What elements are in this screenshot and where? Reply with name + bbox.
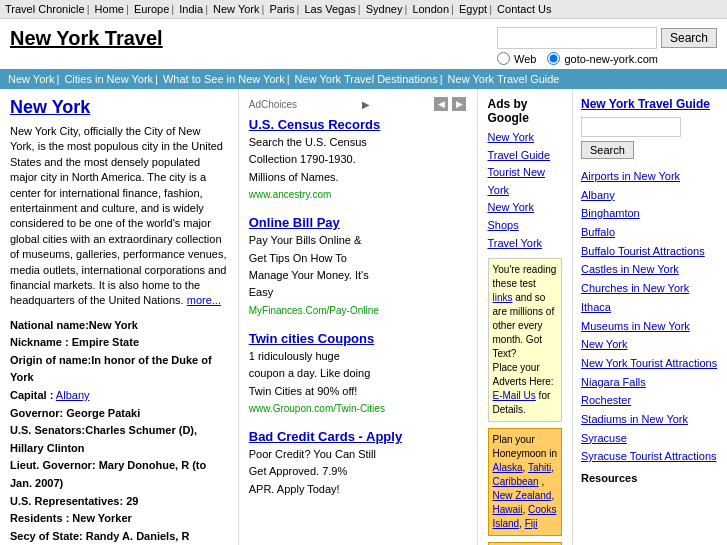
guide-link-syracuse-attractions[interactable]: Syracuse Tourist Attractions: [581, 447, 719, 466]
ad-census-heading[interactable]: U.S. Census Records: [249, 117, 467, 132]
honeymoon-caribbean[interactable]: Caribbean: [493, 476, 539, 487]
google-ads-title: Ads by Google: [488, 97, 563, 125]
guide-link-binghamton[interactable]: Binghamton: [581, 204, 719, 223]
lieut-label: Lieut. Governor:: [10, 459, 96, 471]
ad-twincities-heading[interactable]: Twin cities Coupons: [249, 331, 467, 346]
guide-link-newyork[interactable]: New York: [581, 335, 719, 354]
secy-label: Secy of State:: [10, 530, 83, 542]
search-area: Search Web goto-new-york.com: [497, 27, 717, 65]
guide-link-churches[interactable]: Churches in New York: [581, 279, 719, 298]
secnav-whattosee[interactable]: What to See in New York: [163, 73, 285, 85]
ad-billpay-line4: Easy: [249, 285, 467, 300]
info-table: National name:New York Nickname : Empire…: [10, 317, 228, 545]
ad-billpay-heading[interactable]: Online Bill Pay: [249, 215, 467, 230]
guide-link-museums[interactable]: Museums in New York: [581, 317, 719, 336]
main-content: New York New York City, officially the C…: [0, 89, 727, 545]
nav-home[interactable]: Home: [95, 3, 124, 15]
right-side: Ads by Google New York Travel Guide Tour…: [478, 89, 728, 545]
secnav-cities[interactable]: Cities in New York: [64, 73, 153, 85]
google-ad-link-guide[interactable]: Travel Guide: [488, 147, 563, 165]
capital-link[interactable]: Albany: [56, 389, 90, 401]
nav-india[interactable]: India: [179, 3, 203, 15]
senators-label: U.S. Senators:: [10, 424, 85, 436]
guide-link-buffalo[interactable]: Buffalo: [581, 223, 719, 242]
ad-twincities-url: www.Groupon.com/Twin-Cities: [249, 403, 385, 414]
nav-contact[interactable]: Contact Us: [497, 3, 551, 15]
guide-link-ithaca[interactable]: Ithaca: [581, 298, 719, 317]
google-ad-link-shops[interactable]: New York Shops: [488, 199, 563, 234]
secnav-guide[interactable]: New York Travel Guide: [448, 73, 560, 85]
guide-link-albany[interactable]: Albany: [581, 186, 719, 205]
secnav-destinations[interactable]: New York Travel Destinations: [295, 73, 438, 85]
honeymoon-newzealand[interactable]: New Zealand: [493, 490, 552, 501]
nav-london[interactable]: London: [412, 3, 449, 15]
ad-twincities-line1: 1 ridiculously huge: [249, 349, 467, 364]
guide-link-rochester[interactable]: Rochester: [581, 391, 719, 410]
search-button[interactable]: Search: [661, 28, 717, 48]
guide-link-ny-attractions[interactable]: New York Tourist Attractions: [581, 354, 719, 373]
nav-sydney[interactable]: Sydney: [366, 3, 403, 15]
ad-census-url: www.ancestry.com: [249, 189, 332, 200]
reps-label: U.S. Representatives:: [10, 495, 123, 507]
ad-billpay-line1: Pay Your Bills Online &: [249, 233, 467, 248]
ad-billpay-line3: Manage Your Money. It's: [249, 268, 467, 283]
national-name-label: National name:: [10, 319, 89, 331]
nav-paris[interactable]: Paris: [269, 3, 294, 15]
guide-link-niagara[interactable]: Niagara Falls: [581, 373, 719, 392]
left-heading: New York: [10, 97, 228, 118]
secondary-navigation: New York| Cities in New York| What to Se…: [0, 69, 727, 89]
ad-twincities-line3: Twin Cities at 90% off!: [249, 384, 467, 399]
email-us-link2[interactable]: E-Mail Us: [493, 390, 536, 401]
ad-twincities-line2: coupon a day. Like doing: [249, 366, 467, 381]
honeymoon-tahiti[interactable]: Tahiti: [528, 462, 551, 473]
google-ad-link-newyork[interactable]: New York: [488, 129, 563, 147]
ad-choices-icon: ▶: [362, 99, 370, 110]
secnav-newyork[interactable]: New York: [8, 73, 54, 85]
ad-next-button[interactable]: ▶: [452, 97, 466, 111]
radio-web[interactable]: [497, 52, 510, 65]
ad-billpay: Online Bill Pay Pay Your Bills Online & …: [249, 215, 467, 317]
google-ad-link-york[interactable]: Travel York: [488, 235, 563, 253]
nav-travel-chronicle[interactable]: Travel Chronicle: [5, 3, 85, 15]
guide-link-airports[interactable]: Airports in New York: [581, 167, 719, 186]
honeymoon-alaska[interactable]: Alaska: [493, 462, 523, 473]
google-ad-link-tourist[interactable]: Tourist New York: [488, 164, 563, 199]
residents-label: Residents :: [10, 512, 69, 524]
guide-link-buffalo-attractions[interactable]: Buffalo Tourist Attractions: [581, 242, 719, 261]
ad-census-line1: Search the U.S. Census: [249, 135, 467, 150]
residents-val: New Yorker: [72, 512, 132, 524]
nav-europe[interactable]: Europe: [134, 3, 169, 15]
nav-lasvegas[interactable]: Las Vegas: [304, 3, 355, 15]
left-body-text: New York City, officially the City of Ne…: [10, 124, 228, 309]
guide-search-input[interactable]: [581, 117, 681, 137]
ad-billpay-url: MyFinances.Com/Pay-Online: [249, 305, 379, 316]
ad-badcredit-line1: Poor Credit? You Can Still: [249, 447, 467, 462]
nav-egypt[interactable]: Egypt: [459, 3, 487, 15]
honeymoon-fiji[interactable]: Fiji: [525, 518, 538, 529]
nickname-label: Nickname :: [10, 336, 69, 348]
guide-link-stadiums[interactable]: Stadiums in New York: [581, 410, 719, 429]
resources-label: Resources: [581, 472, 719, 484]
ad-badcredit: Bad Credit Cards - Apply Poor Credit? Yo…: [249, 429, 467, 497]
more-link[interactable]: more...: [187, 294, 221, 306]
honeymoon-hawaii[interactable]: Hawaii: [493, 504, 523, 515]
ad-choices-row: AdChoices ▶ ◀ ▶: [249, 97, 467, 111]
ad-prev-button[interactable]: ◀: [434, 97, 448, 111]
ad-twincities: Twin cities Coupons 1 ridiculously huge …: [249, 331, 467, 415]
header: New York Travel Search Web goto-new-york…: [0, 19, 727, 69]
search-input[interactable]: [497, 27, 657, 49]
radio-site[interactable]: [547, 52, 560, 65]
right-ads-column: Ads by Google New York Travel Guide Tour…: [478, 89, 573, 545]
guide-column: New York Travel Guide Search Airports in…: [572, 89, 727, 545]
text-links-link[interactable]: links: [493, 292, 513, 303]
origin-label: Origin of name:: [10, 354, 91, 366]
nav-newyork[interactable]: New York: [213, 3, 259, 15]
nickname-val: Empire State: [72, 336, 139, 348]
guide-link-castles[interactable]: Castles in New York: [581, 260, 719, 279]
ad-choices-label: AdChoices: [249, 99, 297, 110]
guide-search-button[interactable]: Search: [581, 141, 634, 159]
google-ad-links: New York Travel Guide Tourist New York N…: [488, 129, 563, 252]
governor-label: Governor:: [10, 407, 63, 419]
guide-link-syracuse[interactable]: Syracuse: [581, 429, 719, 448]
ad-badcredit-heading[interactable]: Bad Credit Cards - Apply: [249, 429, 467, 444]
